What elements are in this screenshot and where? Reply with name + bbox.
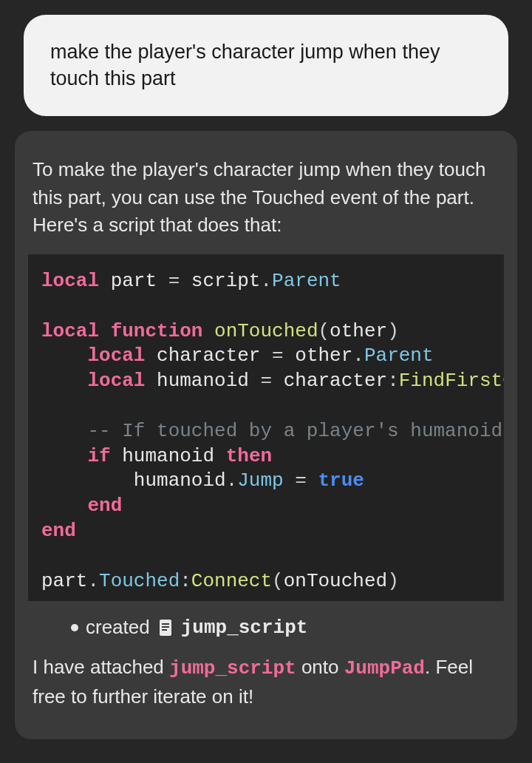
svg-rect-1 [162, 623, 169, 625]
assistant-outro-text: I have attached jump_script onto JumpPad… [28, 654, 504, 711]
code-token: humanoid [122, 445, 214, 467]
code-token [41, 420, 87, 442]
code-token: : [387, 370, 399, 392]
assistant-message-bubble: To make the player's character jump when… [15, 131, 517, 739]
code-token: Touched [99, 570, 180, 592]
code-token [41, 469, 134, 492]
code-token: character [157, 345, 260, 367]
code-token: = [157, 270, 191, 292]
code-block[interactable]: local part = script.Parent local functio… [28, 254, 504, 601]
created-indicator: created jump_script [28, 616, 504, 639]
code-token: character [284, 370, 387, 392]
code-token: humanoid [134, 469, 226, 492]
code-token: ) [387, 320, 399, 342]
assistant-intro-text: To make the player's character jump when… [28, 156, 504, 240]
code-token: part [41, 570, 87, 592]
code-token [41, 445, 87, 467]
outro-part: I have attached [33, 656, 169, 678]
code-token: Jump [237, 469, 283, 492]
code-token: function [111, 320, 203, 342]
chat-container: make the player's character jump when th… [0, 0, 532, 739]
code-token: if [87, 445, 110, 467]
created-script-name[interactable]: jump_script [181, 617, 308, 639]
code-content: local part = script.Parent local functio… [28, 269, 504, 594]
code-token: ( [272, 570, 284, 592]
code-token: Parent [272, 270, 341, 292]
code-token: humanoid [157, 370, 249, 392]
code-token [41, 370, 87, 392]
code-token: FindFirstChildWhichIsA [399, 370, 504, 392]
script-reference[interactable]: jump_script [169, 657, 296, 679]
code-token: other [295, 345, 352, 367]
object-reference[interactable]: JumpPad [344, 657, 425, 679]
code-token: Connect [191, 570, 272, 592]
code-token: = [249, 370, 284, 392]
code-token: onTouched [284, 570, 387, 592]
code-token: Parent [364, 345, 434, 367]
user-message-text: make the player's character jump when th… [50, 41, 440, 89]
code-token: true [318, 469, 364, 492]
code-token: -- If touched by a player's humanoid, ma… [87, 420, 504, 442]
code-token: part [111, 270, 157, 292]
code-token: ) [387, 570, 399, 592]
code-token: end [87, 495, 122, 517]
code-token: . [260, 270, 272, 292]
created-label: created [86, 616, 150, 639]
code-token: local [87, 345, 145, 367]
script-icon [157, 618, 174, 637]
code-token [41, 495, 87, 517]
code-token: local [41, 320, 99, 342]
bullet-icon [71, 624, 78, 631]
code-token: . [352, 345, 364, 367]
code-token: script [191, 270, 261, 292]
code-token: local [41, 270, 99, 292]
svg-rect-3 [162, 629, 167, 631]
code-token [41, 345, 87, 367]
outro-part: onto [296, 656, 344, 678]
code-token: = [284, 469, 318, 492]
code-token: ( [318, 320, 330, 342]
code-token: end [41, 520, 76, 542]
code-token: onTouched [214, 320, 318, 342]
code-token: . [226, 469, 238, 492]
code-token: . [87, 570, 99, 592]
user-message-bubble[interactable]: make the player's character jump when th… [24, 15, 508, 116]
code-token: : [180, 570, 191, 592]
code-token: then [226, 445, 272, 467]
code-token: local [87, 370, 145, 392]
code-token: other [330, 320, 387, 342]
code-token: = [260, 345, 295, 367]
svg-rect-2 [162, 626, 169, 628]
